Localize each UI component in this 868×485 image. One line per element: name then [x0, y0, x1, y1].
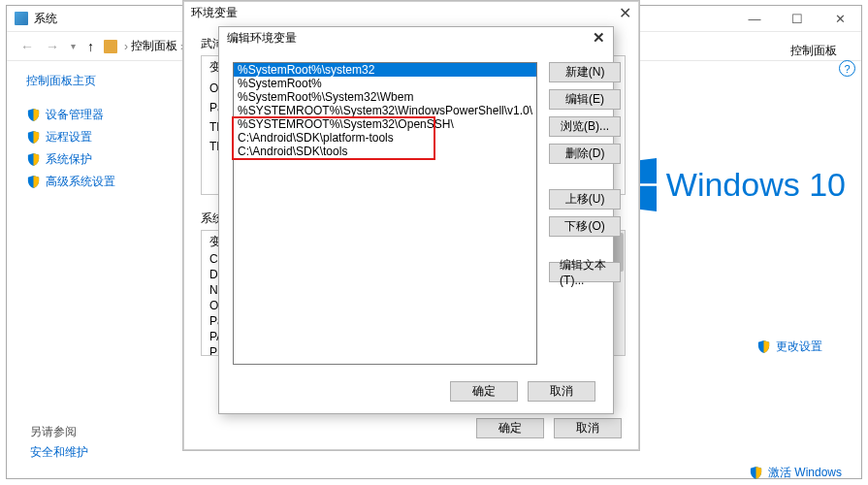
browse-button[interactable]: 浏览(B)...	[549, 116, 621, 137]
edit-text-button[interactable]: 编辑文本(T)...	[549, 262, 621, 282]
edit-dialog-close-icon[interactable]: ✕	[593, 29, 605, 47]
breadcrumb-item[interactable]: 控制面板	[131, 38, 177, 54]
activate-windows-link[interactable]: 激活 Windows	[749, 465, 842, 481]
see-also-security[interactable]: 安全和维护	[30, 444, 88, 461]
search-placeholder[interactable]: 控制面板	[790, 43, 837, 59]
see-also-label: 另请参阅	[30, 424, 88, 440]
left-pane: 控制面板主页 设备管理器 远程设置 系统保护 高级系统设置 另请参阅 安全和维护	[7, 61, 172, 477]
close-button[interactable]: ✕	[819, 6, 861, 32]
nav-forward-icon[interactable]: →	[46, 39, 59, 54]
nav-back-icon[interactable]: ←	[20, 39, 34, 54]
sidebar-item-label: 远程设置	[46, 129, 92, 146]
sidebar-item-label: 系统保护	[46, 151, 92, 168]
sidebar-advanced-settings[interactable]: 高级系统设置	[26, 174, 172, 190]
env-dialog-titlebar: 环境变量 ✕	[183, 1, 639, 24]
edit-env-dialog: 编辑环境变量 ✕ %SystemRoot%\system32 %SystemRo…	[218, 26, 614, 414]
breadcrumb-folder-icon	[104, 40, 117, 53]
window-controls: — ☐ ✕	[733, 6, 861, 32]
shield-icon	[756, 340, 771, 354]
change-settings-label: 更改设置	[776, 339, 822, 355]
sidebar-device-manager[interactable]: 设备管理器	[26, 107, 172, 123]
new-button[interactable]: 新建(N)	[549, 62, 621, 82]
minimize-button[interactable]: —	[733, 6, 776, 32]
path-row[interactable]: %SystemRoot%	[234, 77, 536, 90]
move-down-button[interactable]: 下移(O)	[549, 216, 621, 237]
path-row[interactable]: %SystemRoot%\System32\Wbem	[234, 90, 536, 104]
delete-button[interactable]: 删除(D)	[549, 144, 621, 164]
breadcrumb-sep: ›	[124, 40, 128, 53]
sidebar-item-label: 高级系统设置	[46, 174, 115, 190]
env-ok-button[interactable]: 确定	[476, 418, 544, 438]
edit-button[interactable]: 编辑(E)	[549, 89, 621, 110]
maximize-button[interactable]: ☐	[776, 6, 819, 32]
move-up-button[interactable]: 上移(U)	[549, 189, 621, 210]
edit-dialog-body: %SystemRoot%\system32 %SystemRoot% %Syst…	[219, 48, 613, 365]
nav-up-icon[interactable]: ↑	[87, 39, 94, 54]
nav-history-dropdown-icon[interactable]: ▾	[71, 41, 76, 51]
path-list[interactable]: %SystemRoot%\system32 %SystemRoot% %Syst…	[233, 62, 537, 365]
control-panel-home-link[interactable]: 控制面板主页	[26, 73, 172, 89]
sidebar-remote-settings[interactable]: 远程设置	[26, 129, 172, 146]
edit-dialog-title: 编辑环境变量	[227, 30, 593, 47]
edit-dialog-footer: 确定 取消	[450, 381, 595, 402]
env-dialog-footer: 确定 取消	[476, 418, 622, 438]
path-row[interactable]: C:\Android\SDK\platform-tools	[234, 131, 536, 145]
edit-cancel-button[interactable]: 取消	[528, 381, 595, 402]
windows-10-text: Windows 10	[666, 166, 846, 204]
activate-windows-label: 激活 Windows	[768, 465, 842, 481]
change-settings-link[interactable]: 更改设置	[756, 339, 822, 355]
env-cancel-button[interactable]: 取消	[554, 418, 622, 438]
sidebar-system-protection[interactable]: 系统保护	[26, 151, 172, 168]
shield-icon	[26, 108, 41, 122]
sidebar-item-label: 设备管理器	[46, 107, 104, 123]
edit-ok-button[interactable]: 确定	[450, 381, 518, 402]
path-row[interactable]: %SYSTEMROOT%\System32\WindowsPowerShell\…	[234, 104, 536, 117]
path-row[interactable]: C:\Android\SDK\tools	[234, 145, 536, 158]
shield-icon	[26, 130, 41, 145]
path-row[interactable]: %SYSTEMROOT%\System32\OpenSSH\	[234, 117, 536, 131]
path-row[interactable]: %SystemRoot%\system32	[234, 63, 536, 77]
system-icon	[15, 12, 28, 25]
edit-dialog-buttons: 新建(N) 编辑(E) 浏览(B)... 删除(D) 上移(U) 下移(O) 编…	[549, 62, 621, 365]
shield-icon	[26, 152, 41, 167]
env-dialog-close-icon[interactable]: ✕	[619, 4, 631, 22]
shield-icon	[26, 175, 41, 189]
edit-dialog-titlebar: 编辑环境变量 ✕	[219, 27, 613, 48]
env-dialog-title: 环境变量	[191, 5, 619, 21]
shield-icon	[749, 466, 763, 480]
